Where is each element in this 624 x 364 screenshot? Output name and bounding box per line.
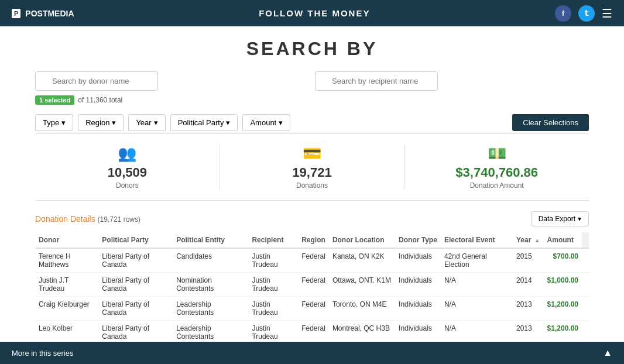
- donations-stat: 💳 19,721 Donations: [220, 145, 405, 190]
- party-filter-label: Political Party: [178, 118, 224, 127]
- col-electoral: Electoral Event: [441, 232, 513, 248]
- table-row: Leo Kolber Liberal Party of Canada Leade…: [35, 321, 589, 345]
- table-row: Justin J.T Trudeau Liberal Party of Cana…: [35, 273, 589, 297]
- row-count: (19,721 rows): [98, 215, 140, 224]
- cell-donor: Craig Kielburger: [35, 297, 98, 321]
- col-region: Region: [298, 232, 329, 248]
- section-label: Donation: [35, 214, 68, 224]
- col-type: Donor Type: [395, 232, 441, 248]
- col-entity: Political Entity: [173, 232, 248, 248]
- cell-electoral: N/A: [441, 273, 513, 297]
- type-filter-label: Type: [43, 118, 59, 127]
- filter-row: Type ▾ Region ▾ Year ▾ Political Party ▾…: [35, 114, 589, 131]
- cell-amount: $700.00: [544, 248, 582, 273]
- type-filter-button[interactable]: Type ▾: [35, 114, 73, 131]
- footer-bar: More in this series ▲: [0, 342, 624, 364]
- donations-icon: 💳: [232, 145, 393, 163]
- header-title: FOLLOW THE MONEY: [259, 8, 370, 18]
- year-filter-button[interactable]: Year ▾: [128, 114, 165, 131]
- cell-entity: Leadership Contestants: [173, 321, 248, 345]
- amount-filter-button[interactable]: Amount ▾: [242, 114, 290, 131]
- amount-label: Donation Amount: [416, 181, 577, 190]
- cell-entity: Candidates: [173, 248, 248, 273]
- col-recipient: Recipient: [248, 232, 298, 248]
- cell-year: 2013: [513, 297, 544, 321]
- col-year[interactable]: Year ▲: [513, 232, 544, 248]
- type-filter-chevron: ▾: [61, 118, 66, 127]
- cell-amount: $1,200.00: [544, 321, 582, 345]
- header-icons: f 𝕥 ☰: [555, 5, 612, 22]
- cell-region: Federal: [298, 248, 329, 273]
- cell-region: Federal: [298, 321, 329, 345]
- col-donor: Donor: [35, 232, 98, 248]
- total-text: of 11,360 total: [78, 96, 122, 104]
- cell-electoral: N/A: [441, 321, 513, 345]
- cell-scrollbar: [582, 321, 589, 345]
- cell-recipient: Justin Trudeau: [248, 248, 298, 273]
- selected-badge-row: 1 selected of 11,360 total: [35, 95, 589, 105]
- cell-donor: Justin J.T Trudeau: [35, 273, 98, 297]
- cell-recipient: Justin Trudeau: [248, 273, 298, 297]
- export-chevron: ▾: [578, 215, 581, 223]
- donor-search-wrap: 🔍: [35, 71, 309, 91]
- cell-location: Ottawa, ONT. K1M: [329, 273, 395, 297]
- donor-search-input[interactable]: [35, 71, 158, 91]
- cell-region: Federal: [298, 297, 329, 321]
- cell-party: Liberal Party of Canada: [98, 321, 173, 345]
- party-filter-chevron: ▾: [226, 118, 230, 127]
- year-filter-label: Year: [136, 118, 151, 127]
- region-filter-button[interactable]: Region ▾: [78, 114, 124, 131]
- amount-stat: 💵 $3,740,760.86 Donation Amount: [404, 145, 589, 190]
- col-amount: Amount: [544, 232, 582, 248]
- cell-recipient: Justin Trudeau: [248, 297, 298, 321]
- page-title: SEARCH BY: [35, 38, 589, 60]
- section-details: Details: [70, 214, 95, 224]
- footer-arrow-icon[interactable]: ▲: [603, 348, 612, 358]
- region-filter-chevron: ▾: [112, 118, 116, 127]
- cell-year: 2014: [513, 273, 544, 297]
- cell-type: Individuals: [395, 273, 441, 297]
- section-title: Donation Details (19,721 rows): [35, 214, 140, 224]
- section-header: Donation Details (19,721 rows) Data Expo…: [35, 211, 589, 226]
- menu-icon[interactable]: ☰: [602, 6, 612, 20]
- main-content: SEARCH BY 🔍 🔍 1 selected of 11,360 total…: [0, 26, 624, 364]
- cell-location: Kanata, ON K2K: [329, 248, 395, 273]
- donors-stat: 👥 10,509 Donors: [35, 145, 220, 190]
- cell-entity: Nomination Contestants: [173, 273, 248, 297]
- selected-count-badge: 1 selected: [35, 95, 74, 105]
- amount-filter-label: Amount: [250, 118, 276, 127]
- header: P POSTMEDIA FOLLOW THE MONEY f 𝕥 ☰: [0, 0, 624, 26]
- cell-scrollbar: [582, 248, 589, 273]
- recipient-search-input[interactable]: [315, 71, 438, 91]
- col-location: Donor Location: [329, 232, 395, 248]
- donors-icon: 👥: [47, 145, 208, 163]
- clear-selections-button[interactable]: Clear Selections: [512, 114, 589, 131]
- party-filter-button[interactable]: Political Party ▾: [170, 114, 238, 131]
- cell-amount: $1,000.00: [544, 273, 582, 297]
- donors-value: 10,509: [47, 165, 208, 180]
- cell-party: Liberal Party of Canada: [98, 248, 173, 273]
- cell-entity: Leadership Contestants: [173, 297, 248, 321]
- cell-electoral: 42nd General Election: [441, 248, 513, 273]
- cell-party: Liberal Party of Canada: [98, 273, 173, 297]
- donations-label: Donations: [232, 181, 393, 190]
- table-row: Craig Kielburger Liberal Party of Canada…: [35, 297, 589, 321]
- cell-region: Federal: [298, 273, 329, 297]
- donations-value: 19,721: [232, 165, 393, 180]
- brand-name: POSTMEDIA: [25, 9, 74, 18]
- export-label: Data Export: [539, 215, 575, 223]
- cell-amount: $1,200.00: [544, 297, 582, 321]
- amount-icon: 💵: [416, 145, 577, 163]
- cell-electoral: N/A: [441, 297, 513, 321]
- twitter-icon[interactable]: 𝕥: [578, 5, 595, 22]
- cell-type: Individuals: [395, 248, 441, 273]
- cell-recipient: Justin Trudeau: [248, 321, 298, 345]
- logo-box: P: [12, 9, 20, 18]
- donors-label: Donors: [47, 181, 208, 190]
- cell-scrollbar: [582, 273, 589, 297]
- cell-year: 2015: [513, 248, 544, 273]
- cell-location: Montreal, QC H3B: [329, 321, 395, 345]
- data-export-button[interactable]: Data Export ▾: [531, 211, 589, 226]
- facebook-icon[interactable]: f: [555, 5, 571, 22]
- table-header-row: Donor Political Party Political Entity R…: [35, 232, 589, 248]
